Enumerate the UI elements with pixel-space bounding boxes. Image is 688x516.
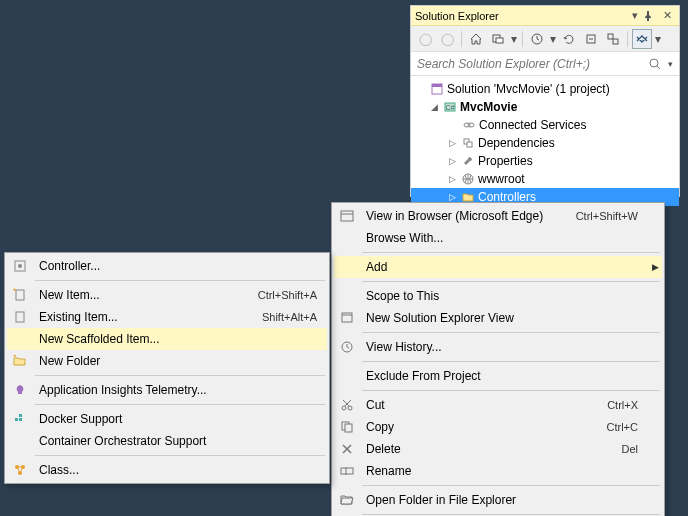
submenu-new-scaffolded-item[interactable]: New Scaffolded Item... — [7, 328, 327, 350]
separator — [627, 31, 628, 47]
submenu-controller[interactable]: Controller... — [7, 255, 327, 277]
pin-icon[interactable] — [643, 11, 659, 21]
panel-title: Solution Explorer — [415, 10, 627, 22]
tree-connected-services[interactable]: Connected Services — [411, 116, 679, 134]
svg-rect-20 — [342, 313, 352, 322]
class-icon — [7, 462, 33, 478]
menu-browse-with[interactable]: Browse With... — [334, 227, 662, 249]
sync-icon[interactable] — [488, 29, 508, 49]
menu-exclude-from-project[interactable]: Exclude From Project — [334, 365, 662, 387]
wrench-icon — [460, 153, 476, 169]
context-menu: View in Browser (Microsoft Edge) Ctrl+Sh… — [331, 202, 665, 516]
tree-label: Connected Services — [479, 118, 586, 132]
menu-copy[interactable]: Copy Ctrl+C — [334, 416, 662, 438]
chevron-down-icon[interactable]: ▾ — [549, 29, 557, 49]
new-folder-icon — [7, 353, 33, 369]
panel-toolbar: ◯ ◯ ▾ ▾ ▾ — [411, 26, 679, 52]
tree-properties[interactable]: ▷ Properties — [411, 152, 679, 170]
submenu-new-folder[interactable]: New Folder — [7, 350, 327, 372]
menu-rename[interactable]: Rename — [334, 460, 662, 482]
submenu-existing-item[interactable]: Existing Item... Shift+Alt+A — [7, 306, 327, 328]
separator — [362, 281, 660, 282]
submenu-docker-support[interactable]: Docker Support — [7, 408, 327, 430]
svg-point-14 — [468, 123, 474, 127]
svg-rect-1 — [496, 38, 503, 43]
existing-item-icon — [7, 309, 33, 325]
tree-solution-node[interactable]: Solution 'MvcMovie' (1 project) — [411, 80, 679, 98]
separator — [35, 404, 325, 405]
expander-closed-icon[interactable]: ▷ — [447, 192, 458, 203]
home-icon[interactable] — [466, 29, 486, 49]
scissors-icon — [334, 397, 360, 413]
docker-icon — [7, 411, 33, 427]
svg-point-30 — [18, 264, 22, 268]
chevron-down-icon[interactable]: ▾ — [654, 29, 662, 49]
submenu-arrow-icon: ▶ — [648, 262, 662, 272]
expander-open-icon[interactable]: ◢ — [429, 102, 440, 113]
submenu-container-orchestrator[interactable]: Container Orchestrator Support — [7, 430, 327, 452]
svg-line-8 — [657, 66, 660, 69]
panel-titlebar: Solution Explorer ▾ ✕ — [411, 6, 679, 26]
separator — [362, 390, 660, 391]
controller-icon — [7, 258, 33, 274]
preview-toggle-icon[interactable] — [632, 29, 652, 49]
submenu-new-item[interactable]: New Item... Ctrl+Shift+A — [7, 284, 327, 306]
svg-rect-33 — [15, 418, 18, 421]
svg-rect-26 — [345, 424, 352, 432]
refresh-icon[interactable] — [559, 29, 579, 49]
svg-rect-32 — [16, 312, 24, 322]
menu-delete[interactable]: Delete Del — [334, 438, 662, 460]
menu-new-solution-explorer-view[interactable]: New Solution Explorer View — [334, 307, 662, 329]
tree-label: Properties — [478, 154, 533, 168]
solution-tree: Solution 'MvcMovie' (1 project) ◢ C# Mvc… — [411, 76, 679, 196]
svg-point-23 — [342, 406, 346, 410]
search-bar: ▾ — [411, 52, 679, 76]
rename-icon — [334, 463, 360, 479]
show-all-icon[interactable] — [603, 29, 623, 49]
expander-closed-icon[interactable]: ▷ — [447, 156, 458, 167]
chevron-down-icon[interactable]: ▾ — [510, 29, 518, 49]
svg-rect-31 — [16, 290, 24, 300]
collapse-icon[interactable] — [581, 29, 601, 49]
history-icon — [334, 339, 360, 355]
expander-closed-icon[interactable]: ▷ — [447, 174, 458, 185]
tree-wwwroot[interactable]: ▷ wwwroot — [411, 170, 679, 188]
expander-closed-icon[interactable]: ▷ — [447, 138, 458, 149]
tree-label: Solution 'MvcMovie' (1 project) — [447, 82, 610, 96]
tree-dependencies[interactable]: ▷ Dependencies — [411, 134, 679, 152]
back-icon[interactable]: ◯ — [415, 29, 435, 49]
window-icon — [334, 310, 360, 326]
separator — [362, 252, 660, 253]
forward-icon[interactable]: ◯ — [437, 29, 457, 49]
search-icon[interactable] — [645, 54, 665, 74]
history-icon[interactable] — [527, 29, 547, 49]
close-icon[interactable]: ✕ — [659, 9, 675, 22]
menu-add[interactable]: Add ▶ — [334, 256, 662, 278]
solution-icon — [429, 81, 445, 97]
menu-scope-to-this[interactable]: Scope to This — [334, 285, 662, 307]
menu-view-history[interactable]: View History... — [334, 336, 662, 358]
menu-view-in-browser[interactable]: View in Browser (Microsoft Edge) Ctrl+Sh… — [334, 205, 662, 227]
svg-text:C#: C# — [446, 104, 455, 111]
tree-project-node[interactable]: ◢ C# MvcMovie — [411, 98, 679, 116]
app-insights-icon — [7, 382, 33, 398]
separator — [522, 31, 523, 47]
add-submenu: Controller... New Item... Ctrl+Shift+A E… — [4, 252, 330, 484]
submenu-class[interactable]: Class... — [7, 459, 327, 481]
delete-icon — [334, 441, 360, 457]
menu-open-folder[interactable]: Open Folder in File Explorer — [334, 489, 662, 511]
chevron-down-icon[interactable]: ▾ — [665, 54, 675, 74]
svg-rect-5 — [608, 34, 613, 39]
menu-cut[interactable]: Cut Ctrl+X — [334, 394, 662, 416]
csproj-icon: C# — [442, 99, 458, 115]
submenu-app-insights[interactable]: Application Insights Telemetry... — [7, 379, 327, 401]
search-input[interactable] — [415, 56, 645, 72]
separator — [461, 31, 462, 47]
separator — [362, 332, 660, 333]
svg-point-7 — [650, 59, 658, 67]
svg-rect-18 — [341, 211, 353, 221]
copy-icon — [334, 419, 360, 435]
open-folder-icon — [334, 492, 360, 508]
dependencies-icon — [460, 135, 476, 151]
dropdown-icon[interactable]: ▾ — [627, 9, 643, 22]
